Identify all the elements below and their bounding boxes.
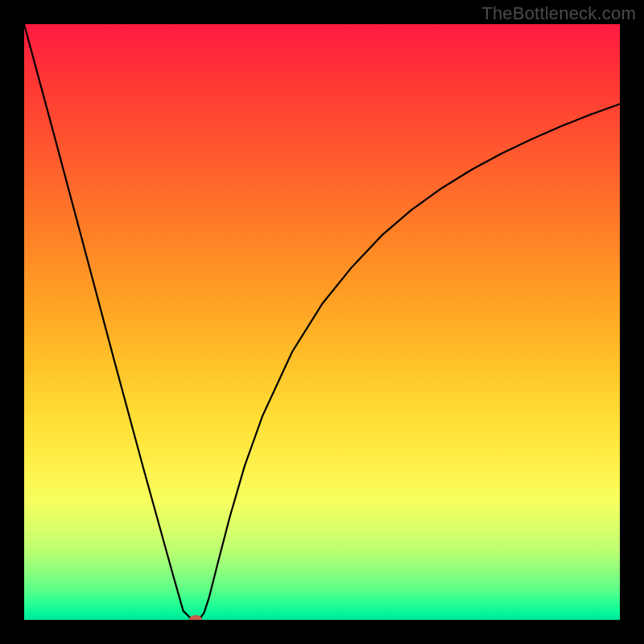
- plot-area: [24, 24, 620, 620]
- min-marker: [189, 615, 202, 620]
- chart-frame: TheBottleneck.com: [0, 0, 644, 644]
- bottleneck-curve: [24, 24, 620, 620]
- watermark-text: TheBottleneck.com: [481, 3, 636, 24]
- curve-svg: [24, 24, 620, 620]
